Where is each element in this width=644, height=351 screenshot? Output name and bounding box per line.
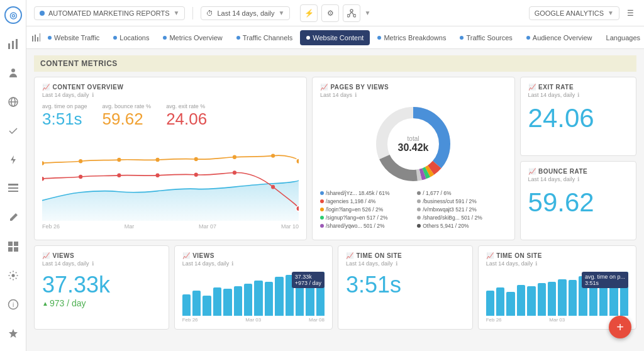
fab-button[interactable]: + bbox=[609, 316, 631, 338]
legend-dot bbox=[320, 191, 324, 195]
ga-selector[interactable]: GOOGLE ANALYTICS ▼ bbox=[529, 6, 619, 20]
logo[interactable]: ◎ bbox=[4, 6, 22, 24]
legend-dot bbox=[417, 216, 421, 220]
tab-languages[interactable]: Languages bbox=[600, 30, 644, 45]
tab-dot bbox=[163, 36, 167, 40]
svg-rect-12 bbox=[14, 242, 18, 246]
legend-item: /business/cut 591 / 2% bbox=[417, 198, 506, 204]
svg-point-41 bbox=[233, 170, 236, 174]
time-tooltip-value: 3:51s bbox=[585, 280, 625, 286]
donut-legend: /shared/jYz... 18.45k / 61% / 1,677 / 6%… bbox=[320, 190, 507, 229]
views-bar-x-labels: Feb 26 Mar 03 Mar 08 bbox=[182, 317, 325, 323]
tab-website-traffic[interactable]: Website Traffic bbox=[42, 30, 106, 45]
bar bbox=[506, 292, 514, 316]
metric-exit-value: 24.06 bbox=[166, 109, 207, 129]
legend-dot bbox=[320, 199, 324, 203]
sidebar-icon-grid[interactable] bbox=[4, 238, 22, 255]
svg-point-38 bbox=[117, 174, 121, 177]
sidebar-icon-pencil[interactable] bbox=[4, 209, 22, 226]
views-number-title: 📈 VIEWS bbox=[42, 252, 161, 259]
delta-arrow: ▲ bbox=[42, 300, 48, 307]
views-number-card: 📈 VIEWS Last 14 days, daily ℹ 37.33k ▲ 9… bbox=[34, 245, 169, 330]
time-bar-title: 📈 TIME ON SITE bbox=[486, 252, 628, 259]
page-title: CONTENT METRICS bbox=[34, 55, 636, 72]
tab-metrics-breakdowns[interactable]: Metrics Breakdowns bbox=[371, 30, 452, 45]
tab-traffic-sources[interactable]: Traffic Sources bbox=[453, 30, 518, 45]
svg-point-32 bbox=[194, 157, 198, 161]
tab-dot bbox=[377, 36, 381, 40]
metrics-row: avg. time on page 3:51s avg. bounce rate… bbox=[42, 103, 299, 129]
network-icon-btn[interactable] bbox=[343, 4, 360, 22]
legend-item: /v/mbxwqajt3 521 / 2% bbox=[417, 206, 506, 213]
sidebar-icon-info[interactable]: i bbox=[4, 296, 22, 313]
sidebar-icon-settings[interactable] bbox=[4, 267, 22, 284]
time-big-value: 3:51s bbox=[346, 272, 465, 298]
top-cards-row: 📈 CONTENT OVERVIEW Last 14 days, daily ℹ… bbox=[34, 77, 636, 240]
right-col: 📈 EXIT RATE Last 14 days, daily ℹ 24.06 … bbox=[520, 77, 636, 240]
legend-dot bbox=[417, 224, 421, 228]
bar bbox=[244, 284, 252, 316]
topbar: AUTOMATED MARKETING REPORTS ▼ ⏱ Last 14 … bbox=[26, 0, 644, 26]
sidebar-icon-bolt[interactable] bbox=[4, 151, 22, 169]
bar bbox=[203, 296, 211, 316]
metric-bounce: avg. bounce rate % 59.62 bbox=[103, 103, 152, 129]
content-area: CONTENT METRICS 📈 CONTENT OVERVIEW Last … bbox=[26, 49, 644, 351]
views-bar-tooltip: 37.33k +973 / day bbox=[292, 272, 325, 288]
tab-metrics-overview[interactable]: Metrics Overview bbox=[157, 30, 228, 45]
tab-dot bbox=[113, 36, 117, 40]
pages-by-views-card: 📈 PAGES BY VIEWS Last 14 days ℹ bbox=[312, 77, 515, 240]
legend-item: / 1,677 / 6% bbox=[417, 190, 506, 196]
svg-rect-2 bbox=[16, 39, 18, 49]
legend-dot bbox=[320, 208, 324, 211]
report-selector[interactable]: AUTOMATED MARKETING REPORTS ▼ bbox=[34, 6, 185, 20]
report-dot bbox=[40, 11, 45, 16]
tab-audience-overview[interactable]: Audience Overview bbox=[520, 30, 599, 45]
legend-item: /shared/skiBg... 501 / 2% bbox=[417, 214, 506, 221]
sidebar-icon-table[interactable] bbox=[4, 180, 22, 198]
time-selector[interactable]: ⏱ Last 14 days, daily ▼ bbox=[201, 6, 290, 20]
svg-rect-24 bbox=[32, 36, 33, 42]
sidebar-icon-check[interactable] bbox=[4, 122, 22, 140]
content-overview-title: 📈 CONTENT OVERVIEW bbox=[42, 84, 299, 91]
info-icon: ℹ bbox=[355, 92, 357, 98]
sidebar-icon-star[interactable] bbox=[4, 325, 22, 342]
tab-locations[interactable]: Locations bbox=[107, 30, 155, 45]
svg-line-23 bbox=[352, 12, 353, 14]
svg-text:30.42k: 30.42k bbox=[398, 142, 429, 153]
tab-traffic-channels[interactable]: Traffic Channels bbox=[230, 30, 299, 45]
filter-icon-btn[interactable]: ⚙ bbox=[321, 4, 339, 22]
menu-icon[interactable]: ☰ bbox=[625, 6, 636, 20]
tab-website-content[interactable]: Website Content bbox=[300, 30, 370, 45]
svg-rect-13 bbox=[8, 247, 13, 252]
clock-icon: ⏱ bbox=[206, 9, 213, 17]
content-overview-chart bbox=[42, 133, 299, 221]
legend-item: /login?lang=en 526 / 2% bbox=[320, 206, 409, 213]
time-subtitle: Last 14 days, daily ℹ bbox=[346, 260, 465, 267]
tab-label: Website Content bbox=[313, 34, 364, 42]
time-label: Last 14 days, daily bbox=[217, 9, 274, 17]
svg-point-30 bbox=[117, 158, 121, 162]
legend-item: /agencies 1,198 / 4% bbox=[320, 198, 409, 204]
content-overview-subtitle: Last 14 days, daily ℹ bbox=[42, 92, 299, 98]
tab-dot bbox=[526, 36, 530, 40]
svg-point-43 bbox=[296, 206, 299, 211]
bar bbox=[548, 282, 556, 316]
svg-rect-27 bbox=[40, 33, 40, 42]
bounce-rate-card: 📈 BOUNCE RATE Last 14 days, daily ℹ 59.6… bbox=[520, 161, 636, 240]
svg-point-37 bbox=[79, 175, 82, 179]
svg-point-39 bbox=[156, 174, 160, 177]
share-icon-btn[interactable]: ⚡ bbox=[300, 4, 318, 22]
sidebar-icon-chart[interactable] bbox=[4, 35, 22, 53]
sidebar-icon-users[interactable] bbox=[4, 64, 22, 82]
tooltip-value: 37.33k bbox=[295, 274, 321, 280]
svg-rect-8 bbox=[8, 184, 18, 186]
metric-time-value: 3:51s bbox=[42, 109, 87, 129]
time-chevron: ▼ bbox=[279, 9, 285, 16]
topbar-action-icons: ⚡ ⚙ ▼ bbox=[300, 4, 370, 22]
sidebar-icon-globe[interactable] bbox=[4, 93, 22, 111]
ga-label: GOOGLE ANALYTICS bbox=[535, 9, 604, 17]
exit-rate-title: 📈 EXIT RATE bbox=[528, 84, 628, 91]
legend-item: /signup?lang=en 517 / 2% bbox=[320, 214, 409, 221]
metric-bounce-value: 59.62 bbox=[103, 109, 152, 129]
tab-label: Traffic Channels bbox=[243, 34, 292, 42]
